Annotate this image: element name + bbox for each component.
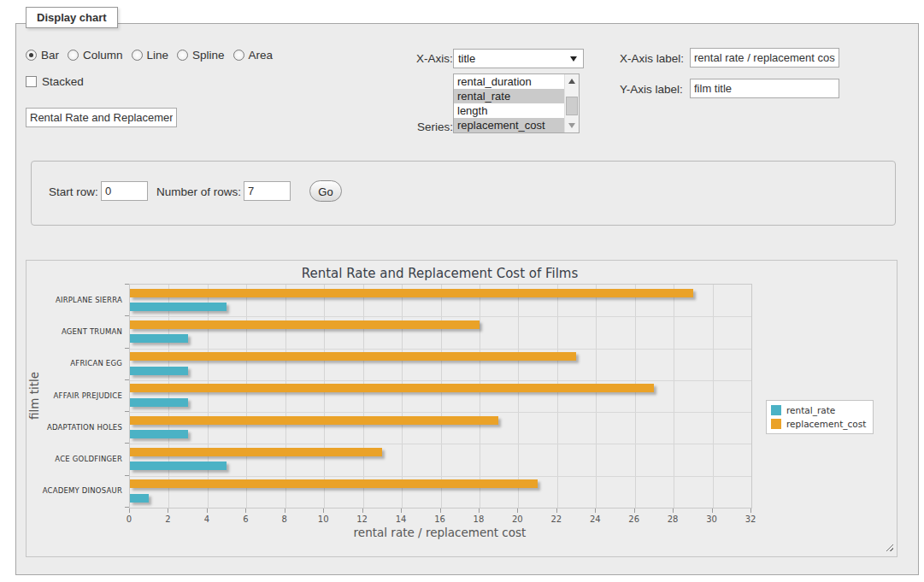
bar-replacement_cost [130, 479, 538, 488]
radio-icon[interactable] [132, 50, 143, 61]
go-button[interactable]: Go [309, 180, 342, 202]
x-tick-label: 16 [434, 514, 445, 524]
x-tick-label: 18 [474, 514, 485, 524]
gridline-horizontal [130, 412, 751, 413]
gridline-vertical [168, 285, 169, 508]
x-tick-mark [129, 509, 130, 513]
gridline-horizontal [130, 444, 751, 444]
radio-icon[interactable] [68, 50, 79, 61]
category-label: ACADEMY DINOSAUR [26, 486, 122, 495]
chart: Rental Rate and Replacement Cost of Film… [26, 260, 898, 557]
radio-label: Area [249, 49, 274, 62]
x-tick-label: 2 [165, 514, 170, 524]
x-tick-mark [750, 509, 751, 513]
series-listbox[interactable]: rental_durationrental_ratelengthreplacem… [453, 73, 580, 133]
chart-title-input[interactable] [26, 108, 177, 127]
legend-swatch [771, 419, 781, 429]
y-tick-mark [125, 284, 129, 285]
chart-type-radio-spline[interactable]: Spline [177, 49, 225, 62]
x-tick-label: 20 [512, 514, 523, 524]
scrollbar-thumb[interactable] [566, 97, 578, 115]
category-label: AFFAIR PREJUDICE [26, 391, 122, 400]
x-tick-mark [362, 509, 363, 513]
gridline-vertical [674, 285, 674, 508]
scroll-down-icon[interactable] [566, 120, 578, 132]
y-tick-mark [125, 379, 129, 380]
bar-rental_rate [130, 494, 149, 503]
legend-item-replacement_cost: replacement_cost [771, 419, 866, 429]
chart-type-radio-bar[interactable]: Bar [26, 49, 59, 62]
series-option-rental_duration[interactable]: rental_duration [454, 74, 564, 89]
gridline-vertical [208, 285, 209, 508]
chart-type-radio-area[interactable]: Area [233, 49, 274, 62]
x-tick-mark [207, 509, 208, 513]
series-options: rental_durationrental_ratelengthreplacem… [454, 74, 564, 132]
gridline-vertical [441, 285, 442, 508]
stacked-checkbox-row[interactable]: Stacked [26, 75, 84, 88]
x-axis-select-label: X-Axis: [416, 52, 453, 65]
chart-resize-handle[interactable] [885, 543, 893, 551]
x-tick-mark [479, 509, 480, 513]
gridline-vertical [480, 285, 480, 508]
radio-label: Spline [192, 49, 225, 62]
gridline-vertical [713, 285, 714, 508]
gridline-vertical [518, 285, 519, 508]
series-select-label: Series: [417, 121, 453, 133]
bar-replacement_cost [130, 384, 654, 392]
y-axis-label-label: Y-Axis label: [620, 83, 683, 96]
chart-type-radio-line[interactable]: Line [132, 49, 169, 62]
number-of-rows-label: Number of rows: [156, 185, 241, 198]
x-tick-mark [323, 509, 324, 513]
x-tick-mark [517, 509, 518, 513]
series-option-rental_rate[interactable]: rental_rate [454, 89, 564, 103]
series-option-length[interactable]: length [454, 103, 564, 118]
bar-replacement_cost [130, 289, 693, 297]
x-tick-mark [440, 509, 441, 513]
bar-replacement_cost [130, 416, 498, 425]
category-label: ACE GOLDFINGER [26, 455, 122, 463]
dropdown-arrow-icon [570, 56, 577, 62]
start-row-label: Start row: [49, 185, 98, 198]
y-tick-mark [125, 475, 129, 476]
gridline-horizontal [130, 349, 751, 350]
stacked-label: Stacked [42, 75, 84, 88]
radio-icon[interactable] [233, 50, 244, 61]
fieldset-legend: Display chart [26, 7, 118, 28]
chart-x-axis-title: rental rate / replacement cost [129, 526, 750, 539]
gridline-vertical [402, 285, 403, 508]
x-axis-select[interactable]: title [453, 49, 584, 68]
x-axis-selected-value: title [458, 52, 475, 65]
y-axis-label-input[interactable] [690, 79, 839, 98]
x-tick-label: 22 [550, 514, 562, 524]
stacked-checkbox[interactable] [26, 76, 37, 87]
x-tick-label: 6 [243, 514, 248, 524]
legend-label: replacement_cost [786, 419, 866, 429]
start-row-input[interactable] [101, 181, 148, 201]
x-tick-label: 26 [628, 514, 639, 524]
x-axis-label-input[interactable] [690, 48, 839, 68]
x-tick-label: 4 [204, 514, 209, 524]
gridline-horizontal [130, 476, 751, 477]
x-tick-label: 10 [318, 514, 329, 524]
bar-rental_rate [130, 461, 227, 470]
radio-icon[interactable] [26, 50, 37, 61]
legend-item-rental_rate: rental_rate [771, 405, 866, 415]
y-tick-mark [125, 411, 129, 412]
x-tick-mark [245, 509, 246, 513]
bar-replacement_cost [130, 320, 480, 329]
x-axis-label-label: X-Axis label: [620, 52, 684, 65]
gridline-horizontal [130, 380, 751, 381]
radio-icon[interactable] [177, 50, 188, 61]
x-tick-label: 32 [745, 514, 756, 524]
scroll-up-icon[interactable] [566, 75, 578, 87]
chart-type-radio-column[interactable]: Column [68, 49, 123, 62]
number-of-rows-input[interactable] [244, 181, 291, 201]
x-tick-mark [634, 509, 635, 513]
chart-title: Rental Rate and Replacement Cost of Film… [129, 266, 750, 281]
gridline-vertical [557, 285, 558, 508]
legend-label: rental_rate [786, 405, 835, 415]
series-option-replacement_cost[interactable]: replacement_cost [454, 118, 564, 132]
series-scrollbar[interactable] [564, 74, 579, 132]
x-tick-mark [556, 509, 557, 513]
gridline-vertical [246, 285, 247, 508]
